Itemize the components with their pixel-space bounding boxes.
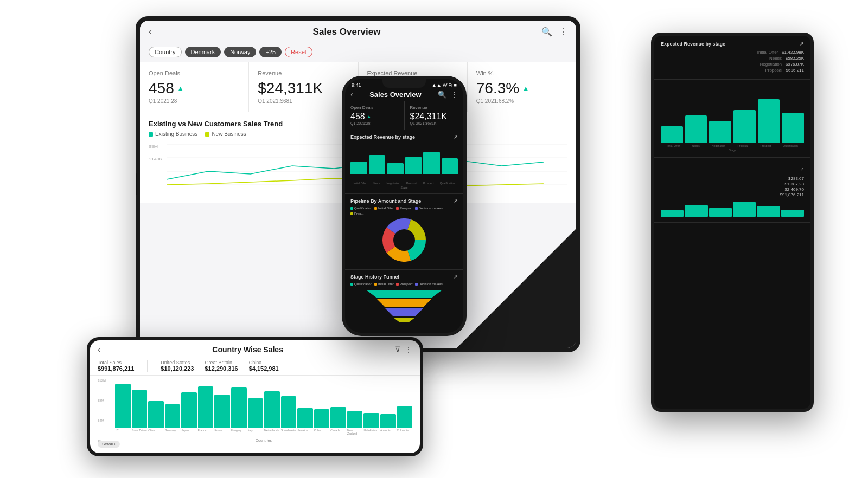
x-label: Prospect <box>760 144 771 147</box>
search-icon[interactable]: 🔍 <box>438 91 446 99</box>
expand-icon[interactable]: ↗ <box>800 167 804 172</box>
value-row: $283,67 <box>661 176 804 181</box>
legend-item: Initial Offer <box>374 282 394 286</box>
norway-filter-chip[interactable]: Norway <box>224 47 256 57</box>
tablet-header: ‹ Sales Overview 🔍 ⋮ <box>140 21 576 42</box>
expand-icon[interactable]: ↗ <box>454 274 458 280</box>
search-icon[interactable]: 🔍 <box>541 27 552 37</box>
reset-filter-chip[interactable]: Reset <box>285 47 312 57</box>
svg-text:$9M: $9M <box>149 144 158 148</box>
kpi-label: Open Deals <box>149 70 240 76</box>
pie-chart-svg <box>382 218 426 262</box>
x-label: Proposal <box>738 144 749 147</box>
phone-screen: 9:41 ▲▲ WiFi ■ ‹ Sales Overview 🔍 ⋮ Open… <box>345 79 463 333</box>
expand-icon[interactable]: ↗ <box>454 134 458 140</box>
separator <box>147 360 148 372</box>
legend-dot <box>374 207 377 210</box>
svg-marker-10 <box>393 318 415 322</box>
legend-label: Decision makers <box>419 282 443 286</box>
legend-label: Prop... <box>354 212 364 215</box>
legend-label: Initial Offer <box>378 282 394 286</box>
pipeline-section: Pipeline By Amount and Stage ↗ Qualifica… <box>345 194 463 270</box>
x-axis-title: Stage <box>661 148 804 152</box>
tablet-kpi-win: Win % 76.3% ▲ Q1 2021:68.2% <box>468 62 576 112</box>
filter-icon[interactable]: ⊽ <box>395 345 400 354</box>
scroll-label: Scroll › <box>102 442 116 447</box>
x-label: Negotiation <box>712 144 725 147</box>
legend-dot <box>415 283 418 286</box>
trend-up-icon: ▲ <box>367 114 372 119</box>
entry-item: Negotiation $976,87K <box>661 62 804 67</box>
x-label: Scandinavia <box>281 429 297 437</box>
bar-item <box>709 121 731 143</box>
right-values-section: ↗ $283,67 $1,387,23 $2,409,70 $91,876,21… <box>654 158 810 223</box>
pie-chart <box>350 218 458 262</box>
more-icon[interactable]: ⋮ <box>559 27 567 37</box>
country-filter-chip[interactable]: Country <box>149 47 182 57</box>
kpi-label: Total Sales <box>98 360 134 365</box>
kpi-value: 76.3% ▲ <box>476 80 567 97</box>
x-label: Cuba <box>314 429 330 437</box>
kpi-value: $4,152,981 <box>249 365 279 372</box>
bar-item <box>387 163 404 174</box>
right-expected-revenue: Expected Revenue by stage ↗ Initial Offe… <box>654 36 810 80</box>
svg-marker-7 <box>366 290 442 298</box>
phone-kpi-row: Open Deals 458 ▲ Q1 2021:28 Revenue $24,… <box>345 101 463 130</box>
legend-dot <box>350 283 353 286</box>
legend-item: Decision makers <box>415 206 443 210</box>
x-label: Colombia <box>397 429 412 437</box>
x-label: Uzbekistan <box>363 429 379 437</box>
tablet-side-button <box>136 173 137 195</box>
phone-kpi-value: 458 ▲ <box>350 112 399 121</box>
denmark-filter-chip[interactable]: Denmark <box>185 47 221 57</box>
legend-label: Prospect <box>400 282 413 286</box>
expected-revenue-section: Expected Revenue by stage ↗ Initial Offe… <box>345 130 463 194</box>
scene: ‹ Sales Overview 🔍 ⋮ Country Denmark Nor… <box>0 0 868 478</box>
phone-back-button[interactable]: ‹ <box>350 90 353 99</box>
legend-dot <box>415 207 418 210</box>
entry-item: Initial Offer $1,432,98K <box>661 50 804 55</box>
bar-uz <box>363 413 379 428</box>
legend-item: Decision makers <box>415 282 443 286</box>
landscape-bar-chart <box>115 379 412 428</box>
landscape-kpi-us: United States $10,120,223 <box>161 360 194 372</box>
tablet-filter-bar: Country Denmark Norway +25 Reset <box>140 42 576 62</box>
legend-dot <box>350 212 353 215</box>
landscape-kpi-china: China $4,152,981 <box>249 360 279 372</box>
expand-icon[interactable]: ↗ <box>454 198 458 204</box>
landscape-page-title: Country Wise Sales <box>100 345 395 354</box>
more-icon[interactable]: ⋮ <box>405 345 412 354</box>
scroll-button[interactable]: Scroll › <box>98 441 120 448</box>
more-icon[interactable]: ⋮ <box>451 91 458 99</box>
bar-nz <box>347 411 363 428</box>
legend-label: Existing Business <box>155 131 197 137</box>
phone-kpi-label: Revenue <box>410 105 458 110</box>
bar-cuba <box>314 409 330 428</box>
bar-nl <box>264 391 280 428</box>
corner-decoration <box>457 229 576 348</box>
legend-label: Initial Offer <box>378 206 394 210</box>
bar-item <box>685 205 707 217</box>
landscape-header-icons: ⊽ ⋮ <box>395 345 412 354</box>
legend-label: Qualification <box>354 282 372 286</box>
legend-dot <box>350 207 353 210</box>
trend-up-icon: ▲ <box>177 84 184 93</box>
kpi-value: 458 ▲ <box>149 80 240 97</box>
phone-page-title: Sales Overview <box>369 91 421 99</box>
x-label: Jamaica <box>297 429 313 437</box>
expand-icon[interactable]: ↗ <box>800 41 804 47</box>
bar-france <box>198 386 214 428</box>
y-label: $4M <box>98 419 113 422</box>
legend-dot <box>374 283 377 286</box>
x-label: Initial Offer <box>667 144 680 147</box>
legend-item-new: New Business <box>205 131 246 137</box>
value-row: $2,409,70 <box>661 187 804 192</box>
plus-filter-chip[interactable]: +25 <box>259 47 282 57</box>
kpi-sub: Q1 2021:28 <box>149 98 240 104</box>
tablet-page-title: Sales Overview <box>152 27 541 37</box>
phone-kpi-value: $24,311K <box>410 112 458 121</box>
phone-device: 9:41 ▲▲ WiFi ■ ‹ Sales Overview 🔍 ⋮ Open… <box>342 76 467 336</box>
right-bar-chart <box>661 88 804 143</box>
svg-marker-8 <box>377 299 431 307</box>
kpi-value: $24,311K <box>258 80 349 97</box>
